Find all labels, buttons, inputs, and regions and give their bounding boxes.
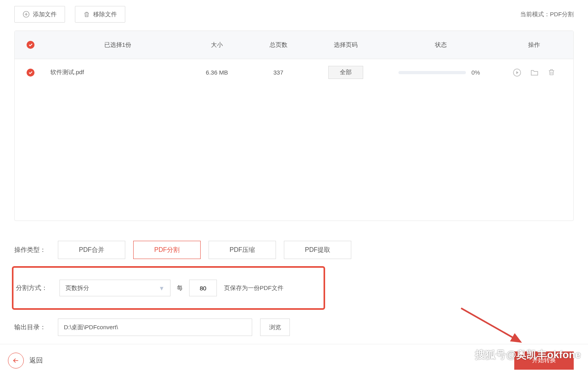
split-method-value: 页数拆分 xyxy=(65,284,89,292)
operation-tab-1[interactable]: PDF分割 xyxy=(133,241,201,259)
operation-type-label: 操作类型： xyxy=(14,246,58,254)
split-highlight-box: 分割方式： 页数拆分 ▼ 每 页保存为一份PDF文件 xyxy=(12,266,325,310)
file-drop-area[interactable] xyxy=(15,86,573,221)
progress-percent: 0% xyxy=(471,69,483,76)
output-dir-input[interactable] xyxy=(58,319,252,336)
trash-icon xyxy=(83,11,90,18)
split-prefix: 每 xyxy=(177,284,183,292)
col-actions: 操作 xyxy=(498,41,561,49)
open-folder-button[interactable] xyxy=(530,68,539,77)
output-dir-label: 输出目录： xyxy=(14,323,58,332)
remove-file-button[interactable]: 移除文件 xyxy=(75,6,125,23)
play-circle-icon xyxy=(513,68,521,77)
arrow-left-icon xyxy=(12,357,20,365)
row-pages: 337 xyxy=(249,69,308,76)
row-checkbox[interactable] xyxy=(27,69,34,77)
page-select-button[interactable]: 全部 xyxy=(328,66,363,79)
folder-icon xyxy=(530,68,539,77)
add-file-label: 添加文件 xyxy=(33,11,57,18)
col-pick-pages: 选择页码 xyxy=(308,41,383,49)
progress-bar xyxy=(398,71,466,74)
col-status: 状态 xyxy=(383,41,498,49)
plus-circle-icon xyxy=(23,11,30,18)
select-all-checkbox[interactable] xyxy=(27,41,34,49)
split-method-label: 分割方式： xyxy=(16,284,59,292)
operation-tab-3[interactable]: PDF提取 xyxy=(284,241,351,259)
col-selected-count: 已选择1份 xyxy=(46,41,185,49)
col-size: 大小 xyxy=(185,41,249,49)
row-filename: 软件测试.pdf xyxy=(46,69,185,76)
file-table: 已选择1份 大小 总页数 选择页码 状态 操作 软件测试.pdf 6.36 MB… xyxy=(14,31,574,221)
trash-icon xyxy=(548,68,555,76)
operation-tab-2[interactable]: PDF压缩 xyxy=(209,241,276,259)
check-icon xyxy=(28,42,33,47)
delete-row-button[interactable] xyxy=(548,68,555,77)
back-label: 返回 xyxy=(29,356,43,365)
split-pages-input[interactable] xyxy=(189,280,217,296)
browse-button[interactable]: 浏览 xyxy=(260,319,290,336)
add-file-button[interactable]: 添加文件 xyxy=(14,6,65,23)
back-button[interactable]: 返回 xyxy=(8,353,43,368)
check-icon xyxy=(28,70,33,75)
chevron-down-icon: ▼ xyxy=(159,285,165,292)
table-header: 已选择1份 大小 总页数 选择页码 状态 操作 xyxy=(15,31,573,59)
operation-tab-0[interactable]: PDF合并 xyxy=(58,241,125,259)
col-pages: 总页数 xyxy=(249,41,308,49)
split-suffix: 页保存为一份PDF文件 xyxy=(224,284,283,292)
split-method-select[interactable]: 页数拆分 ▼ xyxy=(59,280,170,296)
start-convert-button[interactable]: 开始转换 xyxy=(514,351,574,370)
play-button[interactable] xyxy=(513,68,521,77)
current-mode: 当前模式：PDF分割 xyxy=(520,11,574,18)
table-row: 软件测试.pdf 6.36 MB 337 全部 0% xyxy=(15,59,573,86)
remove-file-label: 移除文件 xyxy=(93,11,117,18)
row-size: 6.36 MB xyxy=(185,69,249,76)
